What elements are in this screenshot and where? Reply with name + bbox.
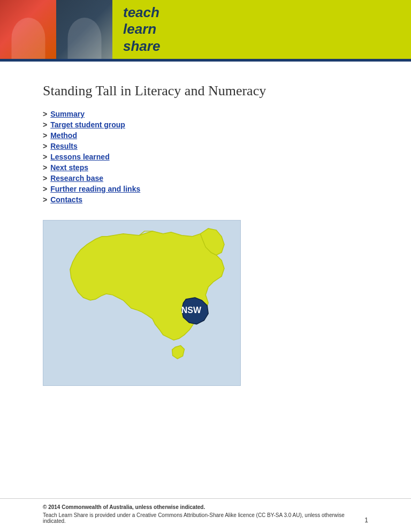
map-container: NSW	[43, 220, 241, 386]
brand-line-1: teach	[123, 4, 160, 21]
nav-arrow-method: >	[43, 131, 47, 140]
nav-link-research[interactable]: Research base	[50, 174, 103, 183]
page-title: Standing Tall in Literacy and Numeracy	[43, 83, 368, 99]
header-photos	[0, 0, 112, 59]
footer-copyright: © 2014 Commonwealth of Australia, unless…	[43, 504, 368, 510]
footer: © 2014 Commonwealth of Australia, unless…	[0, 498, 411, 532]
brand-line-2: learn	[123, 21, 160, 37]
nav-arrow-summary: >	[43, 110, 47, 118]
nav-item-summary[interactable]: > Summary	[43, 110, 368, 118]
nav-arrow-reading: >	[43, 185, 47, 193]
nav-link-results[interactable]: Results	[50, 142, 78, 150]
nav-arrow-contacts: >	[43, 195, 47, 204]
nav-arrow-nextsteps: >	[43, 163, 47, 172]
header-photo-2	[56, 0, 112, 59]
nav-link-target[interactable]: Target student group	[50, 120, 125, 129]
nav-link-contacts[interactable]: Contacts	[50, 195, 82, 204]
nav-link-reading[interactable]: Further reading and links	[50, 185, 140, 193]
svg-text:NSW: NSW	[181, 306, 201, 315]
nav-arrow-target: >	[43, 120, 47, 129]
nav-arrow-lessons: >	[43, 153, 47, 161]
nav-item-nextsteps[interactable]: > Next steps	[43, 163, 368, 172]
header-photo-1	[0, 0, 56, 59]
nav-arrow-research: >	[43, 174, 47, 183]
brand-line-3: share	[123, 38, 160, 55]
nav-link-nextsteps[interactable]: Next steps	[50, 163, 88, 172]
site-header: teach learn share	[0, 0, 411, 59]
australia-map-svg: NSW	[43, 221, 240, 385]
nav-item-method[interactable]: > Method	[43, 131, 368, 140]
nav-item-contacts[interactable]: > Contacts	[43, 195, 368, 204]
nav-item-lessons[interactable]: > Lessons learned	[43, 153, 368, 161]
nav-item-results[interactable]: > Results	[43, 142, 368, 150]
nav-link-summary[interactable]: Summary	[50, 110, 85, 118]
footer-license: Teach Learn Share is provided under a Cr…	[43, 512, 368, 524]
nav-link-method[interactable]: Method	[50, 131, 77, 140]
nav-item-target[interactable]: > Target student group	[43, 120, 368, 129]
nav-item-reading[interactable]: > Further reading and links	[43, 185, 368, 193]
main-content: Standing Tall in Literacy and Numeracy >…	[0, 62, 411, 418]
navigation-list: > Summary > Target student group > Metho…	[43, 110, 368, 204]
header-brand: teach learn share	[112, 4, 160, 55]
nav-link-lessons[interactable]: Lessons learned	[50, 153, 110, 161]
footer-page-number: 1	[364, 516, 368, 524]
nav-item-research[interactable]: > Research base	[43, 174, 368, 183]
nav-arrow-results: >	[43, 142, 47, 150]
